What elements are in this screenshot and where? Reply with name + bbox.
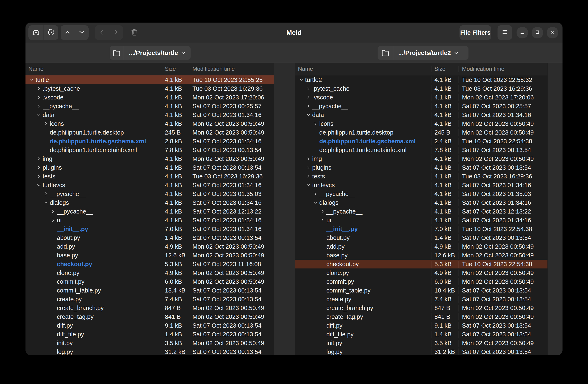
table-row[interactable]: __init__.py7.0 kBSat 07 Oct 2023 01:34:1… bbox=[25, 224, 274, 233]
left-folder-selector[interactable]: .../Projects/turtle bbox=[110, 46, 190, 60]
expander-open-icon[interactable] bbox=[297, 77, 305, 83]
expander-closed-icon[interactable] bbox=[35, 165, 43, 170]
expander-closed-icon[interactable] bbox=[42, 121, 50, 127]
expander-closed-icon[interactable] bbox=[35, 156, 43, 162]
table-row[interactable]: dialogs4.1 kBSat 07 Oct 2023 01:34:16 bbox=[295, 198, 547, 207]
expander-open-icon[interactable] bbox=[35, 112, 43, 118]
table-row[interactable]: about.py1.4 kBSat 07 Oct 2023 00:13:54 bbox=[25, 233, 274, 242]
column-header-size[interactable]: Size bbox=[162, 66, 189, 72]
expander-closed-icon[interactable] bbox=[312, 191, 319, 197]
table-row[interactable]: de.philippun1.turtle.metainfo.xml7.8 kBS… bbox=[25, 146, 274, 154]
table-row[interactable]: data4.1 kBSat 07 Oct 2023 01:34:16 bbox=[295, 111, 547, 119]
table-row[interactable]: create.py7.4 kBSat 07 Oct 2023 00:13:54 bbox=[295, 295, 547, 303]
table-row[interactable]: .vscode4.1 kBMon 02 Oct 2023 17:20:06 bbox=[25, 93, 274, 102]
column-header-name[interactable]: Name bbox=[295, 66, 431, 72]
column-header-mtime[interactable]: Modification time bbox=[189, 66, 274, 72]
expander-closed-icon[interactable] bbox=[49, 217, 57, 223]
table-row[interactable]: commit_table.py18.4 kBSat 07 Oct 2023 00… bbox=[25, 286, 274, 295]
table-row[interactable]: diff_file.py1.4 kBSat 07 Oct 2023 00:13:… bbox=[295, 330, 547, 339]
expander-open-icon[interactable] bbox=[312, 200, 319, 205]
table-row[interactable]: turtlevcs4.1 kBSat 07 Oct 2023 01:34:16 bbox=[295, 181, 547, 189]
expander-closed-icon[interactable] bbox=[305, 165, 312, 170]
table-row[interactable]: clone.py4.9 kBMon 02 Oct 2023 00:50:49 bbox=[295, 268, 547, 277]
expander-closed-icon[interactable] bbox=[35, 103, 43, 109]
table-row[interactable]: base.py12.6 kBMon 02 Oct 2023 00:50:49 bbox=[25, 251, 274, 260]
table-row[interactable]: add.py4.9 kBMon 02 Oct 2023 00:50:49 bbox=[295, 242, 547, 251]
table-row[interactable]: log.py31.2 kBSat 07 Oct 2023 00:13:54 bbox=[295, 347, 547, 355]
minimize-button[interactable] bbox=[517, 27, 528, 39]
expander-closed-icon[interactable] bbox=[35, 94, 43, 100]
table-row[interactable]: checkout.py5.3 kBSat 07 Oct 2023 11:16:0… bbox=[25, 260, 274, 268]
table-row[interactable]: create_branch.py847 BMon 02 Oct 2023 00:… bbox=[25, 303, 274, 312]
table-row[interactable]: create_tag.py841 BMon 02 Oct 2023 00:50:… bbox=[295, 312, 547, 321]
table-row[interactable]: de.philippun1.turtle.desktop245 BMon 02 … bbox=[25, 128, 274, 137]
expander-open-icon[interactable] bbox=[28, 77, 36, 83]
expander-closed-icon[interactable] bbox=[35, 86, 43, 92]
table-row[interactable]: dialogs4.1 kBSat 07 Oct 2023 01:34:16 bbox=[25, 198, 274, 207]
close-button[interactable] bbox=[547, 27, 558, 39]
table-row[interactable]: de.philippun1.turtle.gschema.xml2.4 kBTu… bbox=[295, 137, 547, 146]
next-change-button[interactable] bbox=[75, 25, 89, 40]
table-row[interactable]: de.philippun1.turtle.gschema.xml2.8 kBSa… bbox=[25, 137, 274, 146]
column-header-name[interactable]: Name bbox=[25, 66, 162, 72]
recent-comparisons-button[interactable] bbox=[43, 25, 58, 40]
table-row[interactable]: plugins4.1 kBSat 07 Oct 2023 00:13:54 bbox=[295, 163, 547, 172]
expander-open-icon[interactable] bbox=[42, 200, 50, 205]
table-row[interactable]: create_branch.py847 BMon 02 Oct 2023 00:… bbox=[295, 303, 547, 312]
right-folder-selector[interactable]: .../Projects/turtle2 bbox=[378, 46, 468, 60]
table-row[interactable]: tests4.1 kBTue 03 Oct 2023 16:29:36 bbox=[295, 172, 547, 181]
table-row[interactable]: turtlevcs4.1 kBSat 07 Oct 2023 01:34:16 bbox=[25, 181, 274, 189]
table-row[interactable]: icons4.1 kBMon 02 Oct 2023 00:50:49 bbox=[25, 119, 274, 128]
table-row[interactable]: de.philippun1.turtle.desktop245 BMon 02 … bbox=[295, 128, 547, 137]
table-row[interactable]: about.py1.4 kBSat 07 Oct 2023 00:13:54 bbox=[295, 233, 547, 242]
go-back-button[interactable] bbox=[95, 25, 109, 40]
table-row[interactable]: .vscode4.1 kBMon 02 Oct 2023 17:20:06 bbox=[295, 93, 547, 102]
table-row[interactable]: __pycache__4.1 kBSat 07 Oct 2023 01:35:0… bbox=[295, 189, 547, 198]
expander-closed-icon[interactable] bbox=[319, 217, 326, 223]
table-row[interactable]: __pycache__4.1 kBSat 07 Oct 2023 12:13:2… bbox=[25, 207, 274, 216]
table-row[interactable]: .pytest_cache4.1 kBTue 03 Oct 2023 16:29… bbox=[295, 84, 547, 93]
delete-button[interactable] bbox=[127, 25, 142, 40]
expander-closed-icon[interactable] bbox=[305, 156, 312, 162]
table-row[interactable]: img4.1 kBMon 02 Oct 2023 00:50:49 bbox=[25, 154, 274, 163]
table-row[interactable]: commit.py6.0 kBMon 02 Oct 2023 00:50:49 bbox=[25, 277, 274, 286]
expander-closed-icon[interactable] bbox=[49, 208, 57, 214]
table-row[interactable]: .pytest_cache4.1 kBTue 03 Oct 2023 16:29… bbox=[25, 84, 274, 93]
go-forward-button[interactable] bbox=[109, 25, 123, 40]
expander-closed-icon[interactable] bbox=[305, 94, 312, 100]
table-row[interactable]: __pycache__4.1 kBSat 07 Oct 2023 00:25:5… bbox=[25, 102, 274, 111]
table-row[interactable]: commit.py6.0 kBMon 02 Oct 2023 00:50:49 bbox=[295, 277, 547, 286]
expander-closed-icon[interactable] bbox=[35, 173, 43, 179]
expander-closed-icon[interactable] bbox=[305, 86, 312, 92]
maximize-button[interactable] bbox=[532, 27, 543, 39]
table-row[interactable]: data4.1 kBSat 07 Oct 2023 01:34:16 bbox=[25, 111, 274, 119]
new-comparison-button[interactable] bbox=[28, 25, 43, 40]
expander-closed-icon[interactable] bbox=[312, 121, 319, 127]
table-row[interactable]: turtle4.1 kBTue 10 Oct 2023 22:55:25 bbox=[25, 75, 274, 84]
table-row[interactable]: __init__.py7.0 kBTue 10 Oct 2023 22:54:3… bbox=[295, 224, 547, 233]
table-row[interactable]: turtle24.1 kBTue 10 Oct 2023 22:55:32 bbox=[295, 75, 547, 84]
table-row[interactable]: __pycache__4.1 kBSat 07 Oct 2023 01:35:0… bbox=[25, 189, 274, 198]
primary-menu-button[interactable] bbox=[498, 25, 512, 40]
table-row[interactable]: icons4.1 kBMon 02 Oct 2023 00:50:49 bbox=[295, 119, 547, 128]
table-row[interactable]: de.philippun1.turtle.metainfo.xml7.8 kBS… bbox=[295, 146, 547, 154]
expander-open-icon[interactable] bbox=[305, 182, 312, 188]
expander-closed-icon[interactable] bbox=[305, 103, 312, 109]
column-header-size[interactable]: Size bbox=[431, 66, 459, 72]
table-row[interactable]: clone.py4.9 kBMon 02 Oct 2023 00:50:49 bbox=[25, 268, 274, 277]
table-row[interactable]: diff.py9.1 kBSat 07 Oct 2023 00:13:54 bbox=[25, 321, 274, 330]
table-row[interactable]: __pycache__4.1 kBSat 07 Oct 2023 12:13:2… bbox=[295, 207, 547, 216]
table-row[interactable]: checkout.py5.3 kBTue 10 Oct 2023 22:54:3… bbox=[295, 260, 547, 268]
table-row[interactable]: create.py7.4 kBSat 07 Oct 2023 00:13:54 bbox=[25, 295, 274, 303]
expander-open-icon[interactable] bbox=[305, 112, 312, 118]
table-row[interactable]: init.py3.5 kBMon 02 Oct 2023 00:50:49 bbox=[25, 339, 274, 347]
file-filters-button[interactable]: File Filters bbox=[460, 25, 491, 40]
table-row[interactable]: commit_table.py18.4 kBSat 07 Oct 2023 00… bbox=[295, 286, 547, 295]
table-row[interactable]: diff.py9.1 kBSat 07 Oct 2023 00:13:54 bbox=[295, 321, 547, 330]
table-row[interactable]: ui4.1 kBSat 07 Oct 2023 01:34:16 bbox=[295, 216, 547, 224]
table-row[interactable]: add.py4.9 kBMon 02 Oct 2023 00:50:49 bbox=[25, 242, 274, 251]
expander-closed-icon[interactable] bbox=[42, 191, 50, 197]
table-row[interactable]: init.py3.5 kBMon 02 Oct 2023 00:50:49 bbox=[295, 339, 547, 347]
table-row[interactable]: log.py31.2 kBSat 07 Oct 2023 00:13:54 bbox=[25, 347, 274, 355]
table-row[interactable]: plugins4.1 kBSat 07 Oct 2023 00:13:54 bbox=[25, 163, 274, 172]
